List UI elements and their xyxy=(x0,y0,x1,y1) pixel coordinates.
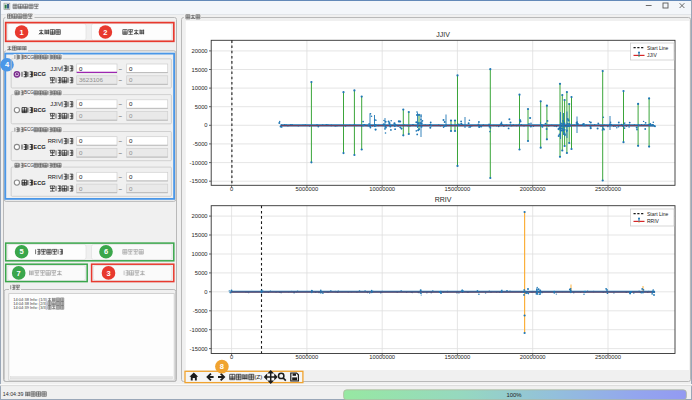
svg-text:RRIV: RRIV xyxy=(48,138,62,144)
svg-text:25000000: 25000000 xyxy=(595,354,621,360)
svg-text:0: 0 xyxy=(129,185,133,192)
svg-text:~: ~ xyxy=(118,173,122,180)
svg-text:7: 7 xyxy=(17,269,21,278)
svg-text:20000: 20000 xyxy=(191,48,207,54)
svg-text:2: 2 xyxy=(103,28,107,37)
svg-text:~: ~ xyxy=(118,65,122,72)
svg-text:10000000: 10000000 xyxy=(369,354,395,360)
svg-text:RRIV: RRIV xyxy=(48,174,62,180)
svg-text:15000000: 15000000 xyxy=(445,354,471,360)
svg-text:JJIV: JJIV xyxy=(436,31,450,38)
svg-text:0: 0 xyxy=(230,354,233,360)
svg-text:0: 0 xyxy=(129,100,133,107)
svg-text:-10000: -10000 xyxy=(190,160,208,166)
svg-text:~: ~ xyxy=(118,137,122,144)
svg-text:JJIV: JJIV xyxy=(647,52,657,58)
svg-text:14:04:39: 14:04:39 xyxy=(3,391,24,397)
svg-text:Start Line: Start Line xyxy=(647,45,669,51)
svg-text:0: 0 xyxy=(79,100,83,107)
svg-text:~: ~ xyxy=(118,149,122,156)
svg-text:-5000: -5000 xyxy=(193,308,208,314)
svg-text:20000000: 20000000 xyxy=(520,186,546,192)
svg-text:8: 8 xyxy=(220,362,224,371)
svg-text:14:04:39 Info: (3/3): 14:04:39 Info: (3/3) xyxy=(13,305,47,310)
svg-text:0: 0 xyxy=(129,149,133,156)
svg-text:15000: 15000 xyxy=(191,232,207,238)
svg-text:JJIV: JJIV xyxy=(50,101,61,107)
svg-text:~: ~ xyxy=(118,112,122,119)
svg-text:0: 0 xyxy=(129,173,133,180)
svg-text:0: 0 xyxy=(129,76,133,83)
svg-text:~: ~ xyxy=(118,185,122,192)
svg-text:15000000: 15000000 xyxy=(445,186,471,192)
svg-text:JJIV: JJIV xyxy=(50,66,61,72)
svg-text:ECG: ECG xyxy=(33,180,46,186)
svg-text:1: 1 xyxy=(20,28,24,37)
svg-text:0: 0 xyxy=(129,65,133,72)
svg-text:0: 0 xyxy=(79,112,83,119)
svg-text:Start Line: Start Line xyxy=(647,211,669,217)
svg-text:3: 3 xyxy=(106,269,110,278)
svg-text:~: ~ xyxy=(118,76,122,83)
svg-text:0: 0 xyxy=(79,137,83,144)
svg-text:BCG: BCG xyxy=(24,90,34,95)
svg-text:-15000: -15000 xyxy=(190,178,208,184)
svg-text:BCG: BCG xyxy=(24,55,34,60)
svg-text:ECG: ECG xyxy=(24,127,34,132)
svg-text:0: 0 xyxy=(79,185,83,192)
svg-text:3623106: 3623106 xyxy=(79,76,104,83)
svg-text:0: 0 xyxy=(129,137,133,144)
svg-text:20000: 20000 xyxy=(191,213,207,219)
svg-text:RRIV: RRIV xyxy=(647,218,660,224)
svg-text:10000000: 10000000 xyxy=(369,186,395,192)
svg-text:(Z): (Z) xyxy=(255,373,263,380)
svg-text:BCG: BCG xyxy=(33,107,46,113)
svg-text:0: 0 xyxy=(230,186,233,192)
svg-text:25000000: 25000000 xyxy=(595,186,621,192)
svg-text:-10000: -10000 xyxy=(190,327,208,333)
svg-text:RRIV: RRIV xyxy=(435,196,452,203)
svg-text:5000000: 5000000 xyxy=(296,186,319,192)
svg-text:0: 0 xyxy=(129,112,133,119)
svg-text:ECG: ECG xyxy=(24,163,34,168)
svg-text:-15000: -15000 xyxy=(190,346,208,352)
svg-text:0: 0 xyxy=(204,122,207,128)
svg-text:ECG: ECG xyxy=(33,144,46,150)
svg-text:0: 0 xyxy=(204,289,207,295)
svg-text:5000: 5000 xyxy=(195,270,208,276)
svg-text:15000: 15000 xyxy=(191,67,207,73)
svg-text:5: 5 xyxy=(20,247,24,256)
svg-text:5000: 5000 xyxy=(195,104,208,110)
svg-text:10000: 10000 xyxy=(191,85,207,91)
svg-text:0: 0 xyxy=(79,149,83,156)
svg-text:5000000: 5000000 xyxy=(296,354,319,360)
svg-text:-5000: -5000 xyxy=(193,141,208,147)
svg-text:~: ~ xyxy=(118,100,122,107)
svg-text:20000000: 20000000 xyxy=(520,354,546,360)
svg-text:6: 6 xyxy=(104,247,108,256)
svg-text:BCG: BCG xyxy=(33,71,46,77)
svg-text:0: 0 xyxy=(79,173,83,180)
svg-text:0: 0 xyxy=(79,65,83,72)
svg-text:10000: 10000 xyxy=(191,251,207,257)
svg-text:100%: 100% xyxy=(506,392,522,398)
